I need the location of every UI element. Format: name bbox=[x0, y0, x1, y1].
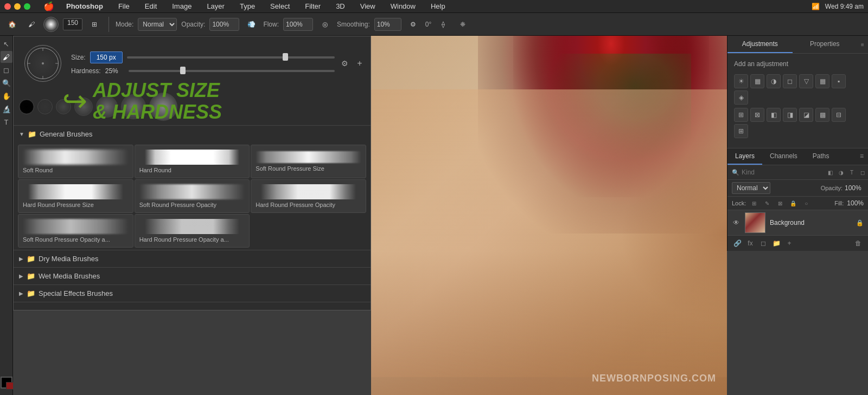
general-brushes-header[interactable]: ▼ 📁 General Brushes bbox=[14, 126, 371, 143]
filter-adjustment-icon[interactable]: ◑ bbox=[836, 167, 846, 177]
brush-item-soft-opacity-a[interactable]: Soft Round Pressure Opacity a... bbox=[18, 214, 133, 248]
brush-preview[interactable] bbox=[43, 17, 59, 32]
adj-invert-icon[interactable]: ◨ bbox=[783, 108, 797, 122]
wet-media-header[interactable]: ▶ 📁 Wet Media Brushes bbox=[14, 268, 371, 284]
menu-edit[interactable]: Edit bbox=[142, 1, 160, 11]
menu-file[interactable]: File bbox=[115, 1, 133, 11]
tool-brush[interactable]: 🖌 bbox=[1, 51, 12, 63]
preview-circle-2[interactable] bbox=[37, 99, 53, 114]
layers-search-input[interactable] bbox=[742, 169, 823, 176]
brush-item-soft-round[interactable]: Soft Round bbox=[18, 145, 133, 178]
menu-filter[interactable]: Filter bbox=[302, 1, 324, 11]
tool-text[interactable]: T bbox=[1, 116, 12, 128]
brush-item-hard-pressure-opacity[interactable]: Hard Round Pressure Opacity bbox=[251, 179, 366, 213]
add-brush-icon[interactable]: + bbox=[354, 58, 365, 69]
lock-position-icon[interactable]: ✎ bbox=[762, 198, 772, 208]
menu-type[interactable]: Type bbox=[237, 1, 258, 11]
hardness-slider-container[interactable] bbox=[129, 67, 335, 75]
special-effects-header[interactable]: ▶ 📁 Special Effects Brushes bbox=[14, 285, 371, 302]
menu-window[interactable]: Window bbox=[387, 1, 419, 11]
canvas-background[interactable]: NEWBORNPOSING.COM bbox=[371, 36, 727, 395]
adj-exposure-icon[interactable]: ◻ bbox=[783, 74, 797, 88]
menu-layer[interactable]: Layer bbox=[203, 1, 228, 11]
tool-eraser[interactable]: ◻ bbox=[1, 64, 12, 76]
smoothing-input[interactable] bbox=[374, 18, 401, 31]
brush-item-hard-pressure-size[interactable]: Hard Round Pressure Size bbox=[18, 179, 133, 213]
brush-settings-icon[interactable]: ⊞ bbox=[87, 17, 102, 32]
symmetry-options-icon[interactable]: ❈ bbox=[455, 17, 470, 32]
adj-levels-icon[interactable]: ▦ bbox=[750, 74, 764, 88]
filter-shape-icon[interactable]: ◻ bbox=[858, 167, 867, 177]
filter-pixel-icon[interactable]: ◧ bbox=[825, 167, 835, 177]
brush-tool-icon[interactable]: 🖌 bbox=[24, 17, 39, 32]
adj-curves-icon[interactable]: ◑ bbox=[767, 74, 781, 88]
airbrush-icon[interactable]: 💨 bbox=[244, 17, 259, 32]
link-layers-icon[interactable]: 🔗 bbox=[732, 238, 743, 249]
adj-vibrance-icon[interactable]: ▽ bbox=[799, 74, 813, 88]
add-style-icon[interactable]: fx bbox=[745, 238, 756, 249]
menu-image[interactable]: Image bbox=[169, 1, 195, 11]
preview-circle-1[interactable] bbox=[19, 99, 34, 114]
smoothing-settings-icon[interactable]: ⚙ bbox=[406, 17, 421, 32]
new-group-icon[interactable]: 📁 bbox=[771, 238, 782, 249]
mode-select[interactable]: Normal Multiply Screen Overlay bbox=[138, 18, 177, 31]
size-slider-container[interactable] bbox=[127, 53, 335, 62]
symmetry-icon[interactable]: ⟠ bbox=[436, 17, 451, 32]
menu-view[interactable]: View bbox=[357, 1, 379, 11]
tab-adjustments[interactable]: Adjustments bbox=[727, 36, 793, 53]
blend-mode-select[interactable]: Normal Multiply Screen bbox=[732, 182, 770, 194]
brush-item-soft-pressure-opacity[interactable]: Soft Round Pressure Opacity bbox=[135, 179, 250, 213]
canvas-area[interactable]: Size: Hardness: 25% bbox=[13, 36, 727, 395]
layers-panel-menu-icon[interactable]: ≡ bbox=[856, 148, 868, 165]
brush-item-soft-pressure-size[interactable]: Soft Round Pressure Size bbox=[251, 145, 366, 178]
lock-pixels-icon[interactable]: ⊞ bbox=[749, 198, 759, 208]
hardness-slider-thumb[interactable] bbox=[180, 67, 186, 74]
brush-list-scroll[interactable]: ▼ 📁 General Brushes Soft Round Hard Roun… bbox=[14, 126, 371, 310]
minimize-button[interactable] bbox=[14, 3, 21, 10]
tool-hand[interactable]: ✋ bbox=[1, 90, 12, 102]
panel-options-icon[interactable]: ≡ bbox=[857, 36, 868, 53]
background-color[interactable] bbox=[6, 382, 14, 390]
adj-colorlookup-icon[interactable]: ◧ bbox=[767, 108, 781, 122]
maximize-button[interactable] bbox=[24, 3, 30, 10]
lock-all-icon[interactable]: 🔒 bbox=[788, 198, 798, 208]
adj-gradient-icon[interactable]: ⊟ bbox=[832, 108, 846, 122]
layer-visibility-icon[interactable]: 👁 bbox=[732, 218, 741, 227]
adj-selective-icon[interactable]: ⊞ bbox=[734, 124, 748, 138]
adj-brightness-icon[interactable]: ☀ bbox=[734, 74, 748, 88]
add-mask-icon[interactable]: ◻ bbox=[758, 238, 769, 249]
menu-3d[interactable]: 3D bbox=[333, 1, 348, 11]
adj-posterize-icon[interactable]: ◪ bbox=[799, 108, 813, 122]
flow-icon[interactable]: ◎ bbox=[317, 17, 333, 32]
lock-toggle-icon[interactable]: ○ bbox=[801, 198, 811, 208]
delete-layer-icon[interactable]: 🗑 bbox=[853, 238, 864, 249]
gear-icon[interactable]: ⚙ bbox=[339, 58, 350, 69]
size-slider-thumb[interactable] bbox=[283, 53, 288, 61]
size-input[interactable] bbox=[90, 51, 123, 63]
menu-select[interactable]: Select bbox=[267, 1, 293, 11]
tool-move[interactable]: ↖ bbox=[1, 38, 12, 50]
foreground-color[interactable] bbox=[1, 377, 12, 388]
tab-paths[interactable]: Paths bbox=[805, 148, 837, 165]
adj-photofilter-icon[interactable]: ⊞ bbox=[734, 108, 748, 122]
filter-type-icon[interactable]: T bbox=[847, 167, 857, 177]
adj-threshold-icon[interactable]: ▩ bbox=[815, 108, 829, 122]
lock-artboard-icon[interactable]: ⊠ bbox=[775, 198, 785, 208]
flow-input[interactable] bbox=[283, 18, 313, 31]
tool-eyedropper[interactable]: 🔬 bbox=[1, 103, 12, 115]
adj-hsl-icon[interactable]: ▦ bbox=[815, 74, 829, 88]
brush-item-hard-round[interactable]: Hard Round bbox=[135, 145, 250, 178]
home-icon[interactable]: 🏠 bbox=[4, 17, 20, 32]
menu-photoshop[interactable]: Photoshop bbox=[63, 1, 106, 11]
adj-colorbalance-icon[interactable]: ▪ bbox=[832, 74, 846, 88]
brush-item-hard-opacity-a[interactable]: Hard Round Pressure Opacity a... bbox=[135, 214, 250, 248]
menu-help[interactable]: Help bbox=[427, 1, 449, 11]
adj-channelmixer-icon[interactable]: ⊠ bbox=[750, 108, 764, 122]
tab-channels[interactable]: Channels bbox=[762, 148, 805, 165]
close-button[interactable] bbox=[4, 3, 11, 10]
tab-properties[interactable]: Properties bbox=[793, 36, 858, 53]
dry-media-header[interactable]: ▶ 📁 Dry Media Brushes bbox=[14, 250, 371, 267]
tool-zoom[interactable]: 🔍 bbox=[1, 77, 12, 89]
tab-layers[interactable]: Layers bbox=[727, 148, 762, 165]
layer-item-background[interactable]: 👁 Background 🔒 bbox=[727, 210, 868, 235]
